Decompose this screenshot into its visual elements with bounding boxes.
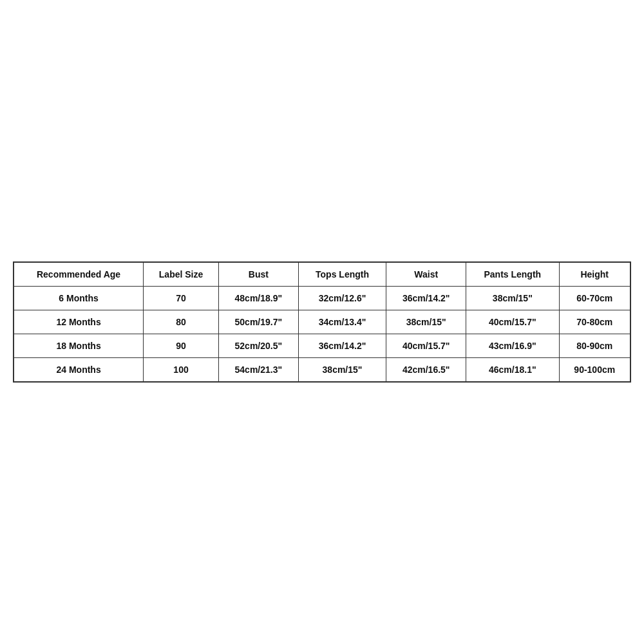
cell-waist: 36cm/14.2" (386, 287, 466, 310)
cell-pants_length: 38cm/15" (466, 287, 559, 310)
cell-tops_length: 34cm/13.4" (298, 310, 386, 334)
cell-label_size: 90 (144, 334, 219, 358)
cell-label_size: 100 (144, 358, 219, 382)
cell-waist: 38cm/15" (386, 310, 466, 334)
cell-bust: 54cm/21.3" (218, 358, 298, 382)
col-header-height: Height (559, 263, 630, 287)
col-header-waist: Waist (386, 263, 466, 287)
cell-tops_length: 38cm/15" (298, 358, 386, 382)
cell-label_size: 80 (144, 310, 219, 334)
table-row: 18 Months9052cm/20.5"36cm/14.2"40cm/15.7… (14, 334, 630, 358)
cell-height: 90-100cm (559, 358, 630, 382)
col-header-tops-length: Tops Length (298, 263, 386, 287)
cell-bust: 52cm/20.5" (218, 334, 298, 358)
cell-tops_length: 32cm/12.6" (298, 287, 386, 310)
col-header-pants-length: Pants Length (466, 263, 559, 287)
table-header-row: Recommended Age Label Size Bust Tops Len… (14, 263, 630, 287)
cell-height: 80-90cm (559, 334, 630, 358)
cell-age: 6 Months (14, 287, 144, 310)
size-chart-container: Recommended Age Label Size Bust Tops Len… (13, 261, 631, 383)
cell-label_size: 70 (144, 287, 219, 310)
cell-pants_length: 46cm/18.1" (466, 358, 559, 382)
cell-waist: 42cm/16.5" (386, 358, 466, 382)
col-header-age: Recommended Age (14, 263, 144, 287)
col-header-label-size: Label Size (144, 263, 219, 287)
col-header-bust: Bust (218, 263, 298, 287)
cell-height: 70-80cm (559, 310, 630, 334)
cell-age: 12 Months (14, 310, 144, 334)
cell-bust: 48cm/18.9" (218, 287, 298, 310)
table-row: 12 Months8050cm/19.7"34cm/13.4"38cm/15"4… (14, 310, 630, 334)
cell-pants_length: 43cm/16.9" (466, 334, 559, 358)
table-row: 24 Months10054cm/21.3"38cm/15"42cm/16.5"… (14, 358, 630, 382)
cell-age: 24 Months (14, 358, 144, 382)
size-chart-table: Recommended Age Label Size Bust Tops Len… (14, 262, 630, 382)
cell-bust: 50cm/19.7" (218, 310, 298, 334)
cell-pants_length: 40cm/15.7" (466, 310, 559, 334)
table-row: 6 Months7048cm/18.9"32cm/12.6"36cm/14.2"… (14, 287, 630, 310)
cell-age: 18 Months (14, 334, 144, 358)
cell-waist: 40cm/15.7" (386, 334, 466, 358)
cell-tops_length: 36cm/14.2" (298, 334, 386, 358)
cell-height: 60-70cm (559, 287, 630, 310)
